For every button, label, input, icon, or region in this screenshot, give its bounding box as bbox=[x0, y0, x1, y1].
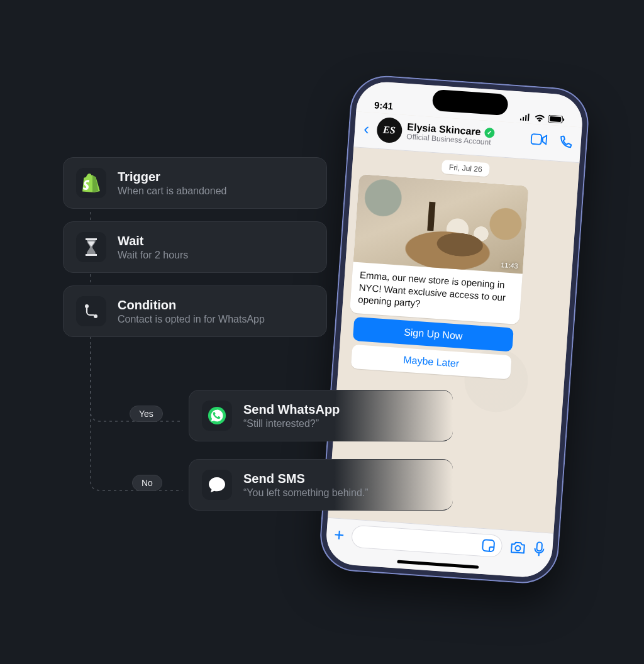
automation-flow: Trigger When cart is abandoned Wait Wait… bbox=[63, 157, 440, 350]
flow-node-subtitle: “You left something behind.” bbox=[243, 487, 369, 499]
microphone-icon[interactable] bbox=[533, 541, 546, 557]
message-timestamp: 11:43 bbox=[501, 261, 518, 270]
flow-node-wait[interactable]: Wait Wait for 2 hours bbox=[63, 221, 327, 273]
svg-rect-1 bbox=[550, 116, 562, 122]
flow-node-title: Condition bbox=[118, 297, 265, 313]
svg-rect-6 bbox=[536, 542, 542, 551]
flow-node-condition[interactable]: Condition Contact is opted in for WhatsA… bbox=[63, 285, 327, 337]
flow-node-send-whatsapp[interactable]: Send WhatsApp “Still interested?” bbox=[189, 390, 453, 441]
svg-point-5 bbox=[515, 546, 521, 551]
shopify-icon bbox=[76, 168, 106, 198]
branch-label-yes: Yes bbox=[130, 406, 163, 422]
svg-rect-3 bbox=[531, 134, 541, 145]
verified-badge-icon bbox=[484, 128, 495, 138]
wifi-icon bbox=[535, 114, 545, 122]
flow-node-trigger[interactable]: Trigger When cart is abandoned bbox=[63, 157, 327, 209]
svg-rect-4 bbox=[482, 540, 494, 551]
cellular-icon bbox=[519, 113, 531, 121]
back-icon[interactable]: ‹ bbox=[361, 120, 372, 137]
flow-node-send-sms[interactable]: Send SMS “You left something behind.” bbox=[189, 459, 453, 511]
whatsapp-icon bbox=[202, 401, 232, 431]
hourglass-icon bbox=[76, 232, 106, 262]
branch-label-no: No bbox=[132, 475, 162, 491]
sms-icon bbox=[202, 470, 232, 500]
flow-node-title: Wait bbox=[118, 233, 188, 248]
date-chip: Fri, Jul 26 bbox=[441, 160, 490, 177]
avatar[interactable]: ES bbox=[376, 117, 403, 144]
flow-node-title: Send SMS bbox=[243, 472, 369, 486]
attach-icon[interactable]: + bbox=[333, 525, 345, 546]
flow-node-subtitle: Wait for 2 hours bbox=[118, 250, 188, 261]
svg-rect-2 bbox=[563, 118, 564, 121]
status-indicators bbox=[519, 113, 565, 123]
video-call-icon[interactable] bbox=[530, 133, 547, 146]
chat-title-block[interactable]: Elysia Skincare Official Business Accoun… bbox=[406, 121, 526, 150]
flow-node-title: Trigger bbox=[118, 169, 226, 184]
status-time: 9:41 bbox=[374, 99, 393, 111]
flow-node-subtitle: “Still interested?” bbox=[243, 418, 340, 429]
message-input[interactable] bbox=[351, 525, 503, 558]
camera-icon[interactable] bbox=[509, 540, 526, 555]
branch-icon bbox=[76, 296, 106, 326]
flow-node-title: Send WhatsApp bbox=[243, 402, 340, 417]
voice-call-icon[interactable] bbox=[558, 135, 572, 150]
flow-node-subtitle: Contact is opted in for WhatsApp bbox=[118, 314, 265, 325]
sticker-icon[interactable] bbox=[481, 538, 496, 553]
avatar-initials: ES bbox=[383, 124, 396, 136]
flow-node-subtitle: When cart is abandoned bbox=[118, 185, 226, 197]
battery-icon bbox=[548, 115, 565, 124]
